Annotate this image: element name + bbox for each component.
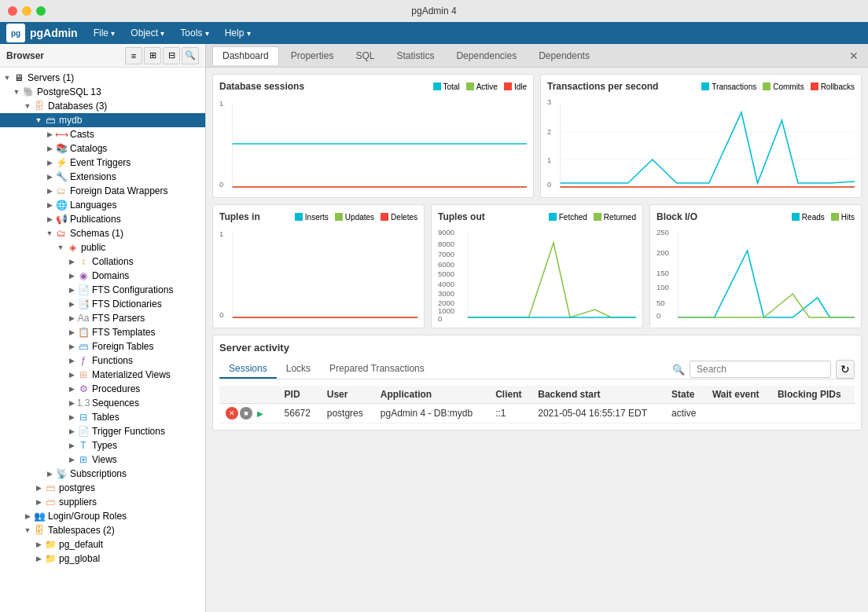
tree-item-procedures[interactable]: ▶ ⚙ Procedures (0, 382, 205, 396)
toggle-procedures[interactable]: ▶ (66, 385, 77, 393)
tree-item-public[interactable]: ▼ ◈ public (0, 240, 205, 255)
toggle-schemas[interactable]: ▼ (44, 229, 55, 237)
sidebar-sql-btn[interactable]: ⊟ (163, 47, 180, 64)
tree-item-databases[interactable]: ▼ 🗄 Databases (3) (0, 99, 205, 113)
tree-item-login-roles[interactable]: ▶ 👥 Login/Group Roles (0, 509, 205, 523)
tree-item-casts[interactable]: ▶ ⟷ Casts (0, 127, 205, 141)
tree-item-trigger-funcs[interactable]: ▶ 📄 Trigger Functions (0, 424, 205, 438)
toggle-catalogs[interactable]: ▶ (44, 145, 55, 152)
help-menu[interactable]: Help ▾ (219, 26, 257, 40)
col-client: Client (489, 386, 531, 404)
search-input[interactable] (690, 361, 831, 378)
tree-item-postgres-db[interactable]: ▶ 🗃 postgres (0, 481, 205, 495)
toggle-casts[interactable]: ▶ (44, 130, 55, 138)
minimize-button[interactable] (22, 6, 31, 16)
tree-item-fts-parser[interactable]: ▶ Aa FTS Parsers (0, 311, 205, 325)
toggle-languages[interactable]: ▶ (44, 201, 55, 209)
toggle-mydb[interactable]: ▼ (33, 116, 44, 124)
tab-dependencies[interactable]: Dependencies (446, 46, 527, 65)
sidebar-properties-btn[interactable]: ≡ (125, 47, 142, 64)
tree-item-foreign-tables[interactable]: ▶ 🗃 Foreign Tables (0, 339, 205, 354)
tree-item-collations[interactable]: ▶ ↕ Collations (0, 255, 205, 269)
toggle-pg-default[interactable]: ▶ (33, 541, 44, 548)
toggle-foreign-tables[interactable]: ▶ (66, 343, 77, 350)
toggle-fts-dict[interactable]: ▶ (66, 300, 77, 308)
fts-config-label: FTS Configurations (92, 284, 173, 295)
toggle-tablespaces[interactable]: ▼ (22, 526, 33, 534)
toggle-pg13[interactable]: ▼ (11, 88, 22, 96)
file-menu[interactable]: File ▾ (87, 26, 122, 40)
activity-tab-prepared-txns[interactable]: Prepared Transactions (320, 360, 434, 379)
tab-dependents[interactable]: Dependents (528, 46, 600, 65)
toggle-databases[interactable]: ▼ (22, 102, 33, 110)
toggle-fts-template[interactable]: ▶ (66, 328, 77, 336)
tree-item-pg13[interactable]: ▼ 🐘 PostgreSQL 13 (0, 85, 205, 99)
tree-item-subscriptions[interactable]: ▶ 📡 Subscriptions (0, 467, 205, 481)
sidebar-search-btn[interactable]: 🔍 (182, 47, 199, 64)
tree-item-fts-template[interactable]: ▶ 📋 FTS Templates (0, 325, 205, 339)
toggle-public[interactable]: ▼ (55, 244, 66, 251)
toggle-collations[interactable]: ▶ (66, 258, 77, 266)
tree-item-tablespaces[interactable]: ▼ 🗄 Tablespaces (2) (0, 523, 205, 537)
tree-item-suppliers-db[interactable]: ▶ 🗃 suppliers (0, 495, 205, 509)
toggle-publications[interactable]: ▶ (44, 215, 55, 223)
tree-item-fts-config[interactable]: ▶ 📄 FTS Configurations (0, 283, 205, 297)
toggle-functions[interactable]: ▶ (66, 357, 77, 365)
tree-item-pg-default[interactable]: ▶ 📁 pg_default (0, 537, 205, 552)
toggle-domains[interactable]: ▶ (66, 272, 77, 280)
block-io-title: Block I/O (657, 211, 697, 222)
toggle-servers[interactable]: ▼ (2, 74, 13, 82)
tree-item-servers[interactable]: ▼ 🖥 Servers (1) (0, 71, 205, 85)
tree-item-mydb[interactable]: ▼ 🗃 mydb (0, 113, 205, 127)
toggle-fdw[interactable]: ▶ (44, 187, 55, 195)
refresh-button[interactable]: ↻ (836, 360, 855, 379)
tree-item-sequences[interactable]: ▶ 1.3 Sequences (0, 396, 205, 410)
tree-item-languages[interactable]: ▶ 🌐 Languages (0, 198, 205, 212)
toggle-pg-global[interactable]: ▶ (33, 555, 44, 563)
window-controls[interactable] (8, 6, 46, 16)
toggle-trigger-funcs[interactable]: ▶ (66, 427, 77, 435)
tree-item-extensions[interactable]: ▶ 🔧 Extensions (0, 170, 205, 184)
tree-item-event-triggers[interactable]: ▶ ⚡ Event Triggers (0, 156, 205, 170)
stop-button[interactable]: ■ (240, 407, 252, 420)
close-button[interactable] (8, 6, 17, 16)
activity-tab-locks[interactable]: Locks (277, 360, 320, 379)
explain-button[interactable]: ▶ (254, 407, 267, 420)
terminate-button[interactable]: ✕ (226, 407, 238, 420)
object-menu[interactable]: Object ▾ (124, 26, 171, 40)
tree-item-tables[interactable]: ▶ ⊟ Tables (0, 410, 205, 424)
tree-item-fts-dict[interactable]: ▶ 📑 FTS Dictionaries (0, 297, 205, 311)
tree-item-types[interactable]: ▶ T Types (0, 438, 205, 453)
tree-item-views[interactable]: ▶ ⊞ Views (0, 453, 205, 467)
toggle-fts-config[interactable]: ▶ (66, 286, 77, 294)
sidebar-grid-btn[interactable]: ⊞ (144, 47, 161, 64)
tab-dashboard[interactable]: Dashboard (212, 46, 279, 65)
toggle-sequences[interactable]: ▶ (66, 399, 77, 407)
tools-menu[interactable]: Tools ▾ (174, 26, 215, 40)
toggle-event-triggers[interactable]: ▶ (44, 159, 55, 167)
toggle-fts-parser[interactable]: ▶ (66, 314, 77, 322)
toggle-types[interactable]: ▶ (66, 442, 77, 449)
tab-statistics[interactable]: Statistics (386, 46, 444, 65)
toggle-subscriptions[interactable]: ▶ (44, 470, 55, 478)
tree-item-schemas[interactable]: ▼ 🗂 Schemas (1) (0, 226, 205, 240)
toggle-mat-views[interactable]: ▶ (66, 371, 77, 379)
tree-item-fdw[interactable]: ▶ 🗂 Foreign Data Wrappers (0, 184, 205, 198)
toggle-postgres-db[interactable]: ▶ (33, 484, 44, 492)
tab-properties[interactable]: Properties (281, 46, 344, 65)
tab-sql[interactable]: SQL (345, 46, 384, 65)
tree-item-pg-global[interactable]: ▶ 📁 pg_global (0, 552, 205, 566)
toggle-views[interactable]: ▶ (66, 456, 77, 464)
maximize-button[interactable] (36, 6, 46, 16)
tree-item-catalogs[interactable]: ▶ 📚 Catalogs (0, 141, 205, 156)
tree-item-publications[interactable]: ▶ 📢 Publications (0, 212, 205, 226)
tree-item-functions[interactable]: ▶ ƒ Functions (0, 354, 205, 368)
tree-item-domains[interactable]: ▶ ◉ Domains (0, 269, 205, 283)
toggle-extensions[interactable]: ▶ (44, 173, 55, 181)
close-panel-button[interactable]: ✕ (846, 48, 862, 64)
toggle-suppliers-db[interactable]: ▶ (33, 498, 44, 506)
activity-tab-sessions[interactable]: Sessions (219, 360, 277, 379)
tree-item-mat-views[interactable]: ▶ ⊞ Materialized Views (0, 368, 205, 382)
toggle-login-roles[interactable]: ▶ (22, 512, 33, 520)
toggle-tables[interactable]: ▶ (66, 413, 77, 421)
